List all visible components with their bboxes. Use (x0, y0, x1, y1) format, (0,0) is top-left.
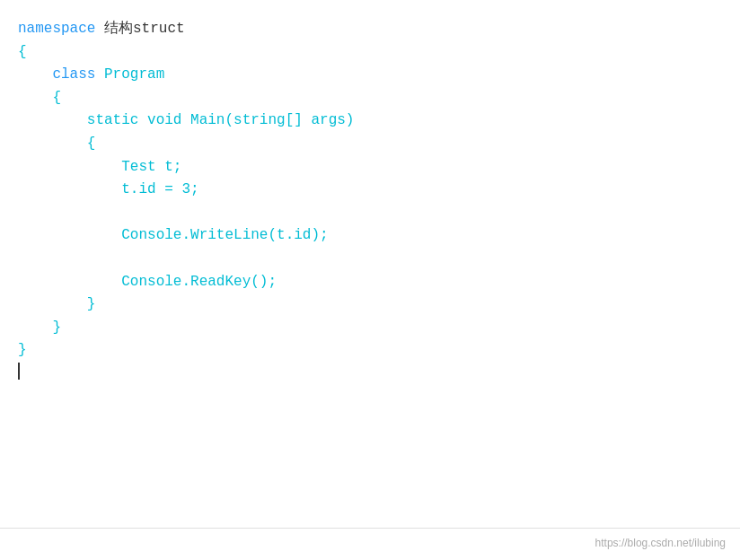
var-declaration: Test t; (121, 159, 181, 175)
keyword-namespace: namespace (18, 21, 104, 37)
text-cursor (18, 363, 20, 380)
brace-close-3: } (87, 296, 96, 312)
code-line-12: } (18, 317, 722, 340)
code-line-7: Test t; (18, 156, 722, 179)
readkey-call: Console.ReadKey(); (121, 274, 277, 290)
bottom-border (0, 528, 740, 529)
code-line-9: Console.WriteLine(t.id); (18, 224, 722, 248)
brace-open-2: { (52, 90, 61, 106)
code-line-3: class Program (18, 64, 722, 87)
empty-line-2 (18, 248, 722, 271)
keyword-class: class (52, 66, 104, 83)
code-line-13: } (18, 339, 722, 363)
code-line-2: { (18, 41, 722, 65)
brace-close-1: } (18, 342, 27, 358)
empty-line-1 (18, 202, 722, 225)
code-line-11: } (18, 293, 722, 317)
code-line-5: static void Main(string[] args) (18, 109, 722, 133)
brace-open-3: { (87, 136, 96, 152)
code-line-8: t.id = 3; (18, 179, 722, 202)
code-line-10: Console.ReadKey(); (18, 271, 722, 294)
assignment: t.id = 3; (121, 181, 198, 197)
code-line-1: namespace 结构struct (18, 18, 722, 41)
watermark: https://blog.csdn.net/ilubing (595, 537, 726, 549)
method-signature: static void Main(string[] args) (87, 112, 355, 128)
code-editor: namespace 结构struct { class Program { sta… (0, 0, 740, 560)
writeline-call: Console.WriteLine(t.id); (121, 227, 328, 243)
code-line-4: { (18, 87, 722, 110)
class-name: Program (104, 66, 164, 83)
code-line-cursor (18, 363, 722, 380)
namespace-name: 结构struct (104, 21, 185, 37)
code-block: namespace 结构struct { class Program { sta… (18, 18, 722, 380)
code-line-6: { (18, 133, 722, 156)
brace-open-1: { (18, 44, 27, 60)
brace-close-2: } (52, 319, 61, 336)
